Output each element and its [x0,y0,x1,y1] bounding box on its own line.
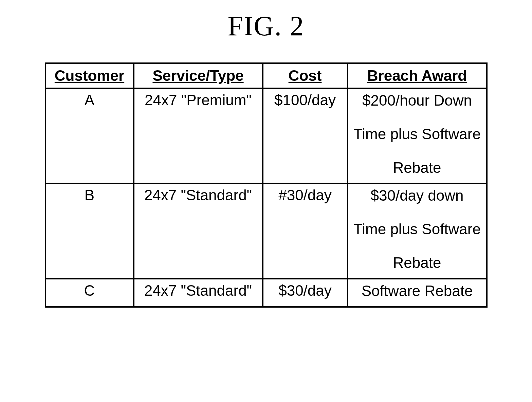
header-customer: Customer [45,63,134,88]
header-cost: Cost [263,63,348,88]
header-breach: Breach Award [348,63,487,88]
breach-line: Rebate [353,254,481,272]
cell-cost: $30/day [263,279,348,307]
table-row: B 24x7 "Standard" #30/day $30/day down T… [45,183,487,278]
cell-customer: C [45,279,134,307]
breach-line: Time plus Software [353,125,481,143]
breach-line: Time plus Software [353,220,481,238]
cell-cost: $100/day [263,88,348,183]
figure-label: FIG. 2 [0,10,532,42]
cell-service: 24x7 "Standard" [134,279,263,307]
cell-breach: Software Rebate [348,279,487,307]
table-row: C 24x7 "Standard" $30/day Software Rebat… [45,279,487,307]
breach-line: $200/hour Down [353,92,481,110]
spacer [353,238,481,254]
cell-breach: $200/hour Down Time plus Software Rebate [348,88,487,183]
cell-service: 24x7 "Premium" [134,88,263,183]
cell-cost: #30/day [263,183,348,278]
header-service: Service/Type [134,63,263,88]
cell-service: 24x7 "Standard" [134,183,263,278]
breach-line: $30/day down [353,187,481,205]
cell-customer: B [45,183,134,278]
spacer [353,143,481,159]
spacer [353,110,481,125]
table-container: Customer Service/Type Cost Breach Award … [0,62,532,308]
cell-breach: $30/day down Time plus Software Rebate [348,183,487,278]
spacer [353,205,481,220]
sla-table: Customer Service/Type Cost Breach Award … [45,62,488,308]
breach-line: Software Rebate [353,282,481,300]
table-header-row: Customer Service/Type Cost Breach Award [45,63,487,88]
table-body: A 24x7 "Premium" $100/day $200/hour Down… [45,88,487,307]
page: FIG. 2 Customer Service/Type Cost Breach… [0,0,532,402]
breach-line: Rebate [353,159,481,177]
cell-customer: A [45,88,134,183]
table-row: A 24x7 "Premium" $100/day $200/hour Down… [45,88,487,183]
